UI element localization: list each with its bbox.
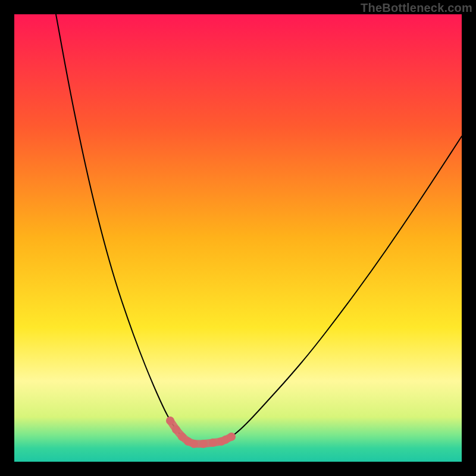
curve-left-branch [56, 14, 188, 441]
curve-layer [14, 14, 462, 462]
valley-marker-dot [172, 425, 180, 434]
valley-marker-dot [199, 440, 208, 448]
valley-marker-dot [209, 439, 217, 447]
valley-marker-dot [190, 440, 198, 448]
valley-marker-dot [166, 416, 174, 425]
valley-marker-dots [166, 416, 236, 448]
chart-frame [14, 14, 462, 462]
curve-right-branch [221, 136, 462, 443]
valley-marker-dot [227, 433, 236, 441]
watermark-text: TheBottleneck.com [361, 1, 472, 15]
